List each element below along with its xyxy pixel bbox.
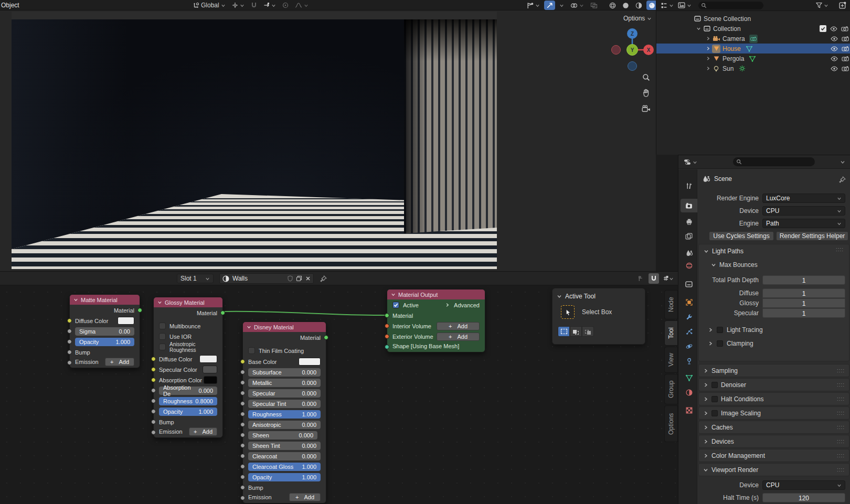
node-glossy-material[interactable]: Glossy Material Material Multibounce Use… [153, 297, 223, 438]
node-header[interactable]: Glossy Material [154, 297, 222, 307]
output-socket[interactable] [324, 335, 328, 340]
input-socket[interactable] [151, 388, 156, 393]
shader-node-editor[interactable]: Slot 1 Walls [0, 271, 678, 504]
input-socket[interactable] [240, 443, 245, 448]
section-color-management[interactable]: Color Management:::: [698, 449, 849, 462]
metallic-slider[interactable]: Metallic0.000 [248, 379, 321, 387]
section-viewport-render[interactable]: Viewport Render:::: [698, 463, 849, 476]
input-socket[interactable] [240, 359, 245, 364]
sheen-tint-slider[interactable]: Sheen Tint0.000 [248, 442, 321, 450]
input-socket[interactable] [67, 360, 72, 365]
outliner-row-collection[interactable]: Collection [656, 24, 850, 34]
axis-neg-x-ball[interactable] [611, 45, 621, 55]
overlays-toggle[interactable] [568, 1, 586, 10]
expand-arrow-icon[interactable] [704, 45, 712, 53]
device-dropdown[interactable]: CPU [762, 206, 845, 216]
tab-material[interactable] [681, 385, 697, 399]
snap-target-dropdown[interactable] [261, 1, 278, 10]
input-socket[interactable] [240, 485, 245, 490]
clamping-header[interactable]: Clamping [708, 340, 753, 347]
opacity-slider[interactable]: Opacity1.000 [75, 338, 134, 346]
axis-y-ball[interactable]: Y [626, 44, 638, 56]
hide-eye-icon[interactable] [831, 36, 838, 41]
multibounce-checkbox[interactable] [159, 323, 166, 329]
hide-eye-icon[interactable] [830, 26, 837, 31]
object-visibility-dropdown[interactable] [525, 1, 542, 10]
transform-orientation-dropdown[interactable]: Global [191, 1, 228, 10]
show-gizmo-toggle[interactable] [544, 1, 555, 10]
filter-dropdown-icon[interactable] [840, 159, 845, 165]
axis-z-ball[interactable]: Z [627, 28, 638, 39]
xray-toggle[interactable] [588, 1, 600, 10]
absorption-depth-slider[interactable]: Absorption De0.000 [159, 387, 217, 395]
roughness-slider[interactable]: Roughness0.8000 [159, 397, 217, 405]
section-caches[interactable]: Caches:::: [698, 421, 849, 434]
material-browse-icon[interactable] [222, 275, 229, 282]
add-interior-volume-button[interactable]: +Add [437, 322, 480, 330]
tab-texture[interactable] [681, 403, 697, 417]
input-socket[interactable] [240, 422, 245, 427]
tab-object-data[interactable] [681, 371, 697, 384]
outliner-row-camera[interactable]: Camera [656, 34, 850, 44]
denoiser-checkbox[interactable] [711, 382, 718, 388]
section-halt-conditions[interactable]: Halt Conditions:::: [698, 392, 849, 405]
section-image-scaling[interactable]: Image Scaling:::: [698, 406, 849, 420]
clamping-checkbox[interactable] [717, 340, 723, 347]
sigma-slider[interactable]: Sigma0.00 [75, 327, 134, 336]
advanced-label[interactable]: Advanced [454, 302, 480, 308]
opacity-slider[interactable]: Opacity1.000 [248, 473, 321, 481]
snap-target-dropdown[interactable] [660, 273, 676, 284]
node-disney-material[interactable]: Disney Material Material Thin Film Coati… [242, 321, 326, 503]
axis-neg-z-ball[interactable] [628, 61, 637, 71]
input-socket[interactable] [151, 357, 156, 361]
input-socket[interactable] [240, 433, 245, 437]
render-visibility-icon[interactable] [841, 26, 848, 31]
outliner-row-house[interactable]: House [656, 44, 850, 53]
navigation-gizmo[interactable]: Z X Y [610, 27, 655, 72]
output-socket[interactable] [220, 310, 225, 315]
outliner-row-pergola[interactable]: Pergola [656, 53, 850, 63]
specular-tint-slider[interactable]: Specular Tint0.000 [248, 400, 321, 408]
sidebar-tab-tool[interactable]: Tool [664, 320, 678, 346]
tab-constraints[interactable] [681, 354, 697, 368]
section-devices[interactable]: Devices:::: [698, 435, 849, 448]
mesh-data-icon[interactable] [748, 55, 757, 63]
interior-volume-socket[interactable] [385, 324, 389, 328]
render-visibility-icon[interactable] [842, 66, 849, 71]
pivot-point-dropdown[interactable] [230, 1, 247, 10]
color-swatch[interactable] [299, 358, 321, 366]
proportional-editing-toggle[interactable] [280, 1, 291, 10]
collapse-chevron-icon[interactable] [157, 300, 162, 305]
go-to-parent-button[interactable] [635, 273, 645, 284]
tab-view-layer[interactable] [681, 229, 697, 243]
max-bounces-header[interactable]: Max Bounces [711, 261, 758, 269]
hide-eye-icon[interactable] [831, 56, 838, 61]
proportional-falloff-dropdown[interactable] [293, 1, 311, 10]
new-collection-button[interactable] [837, 1, 848, 10]
outliner-search-input[interactable] [698, 2, 763, 9]
input-socket[interactable] [240, 380, 245, 385]
diffuse-field[interactable]: 1 [762, 288, 845, 298]
render-visibility-icon[interactable] [842, 36, 849, 41]
sidebar-tab-group[interactable]: Group [664, 374, 678, 404]
collapse-chevron-icon[interactable] [73, 297, 78, 302]
color-swatch[interactable] [118, 317, 134, 325]
input-socket[interactable] [151, 399, 156, 403]
axis-x-ball[interactable]: X [643, 45, 654, 55]
node-snap-toggle[interactable] [649, 273, 659, 284]
editor-type-dropdown[interactable] [658, 1, 676, 10]
viewport-zoom-button[interactable] [642, 73, 650, 81]
node-header[interactable]: Disney Material [243, 322, 326, 332]
thin-film-checkbox[interactable] [248, 347, 255, 354]
anisotropic-roughness-checkbox[interactable] [159, 344, 166, 350]
vr-device-dropdown[interactable]: CPU [762, 480, 845, 490]
use-cycles-settings-button[interactable]: Use Cycles Settings [709, 231, 774, 241]
expand-arrow-icon[interactable] [704, 65, 712, 73]
glossy-field[interactable]: 1 [762, 298, 845, 308]
properties-search-input[interactable] [733, 157, 815, 166]
input-socket[interactable] [67, 350, 72, 355]
sidebar-tab-options[interactable]: Options [664, 405, 678, 442]
mesh-data-icon[interactable] [745, 45, 753, 53]
outliner-display-mode-dropdown[interactable] [676, 1, 694, 10]
mode-dropdown[interactable]: Object [1, 0, 19, 10]
